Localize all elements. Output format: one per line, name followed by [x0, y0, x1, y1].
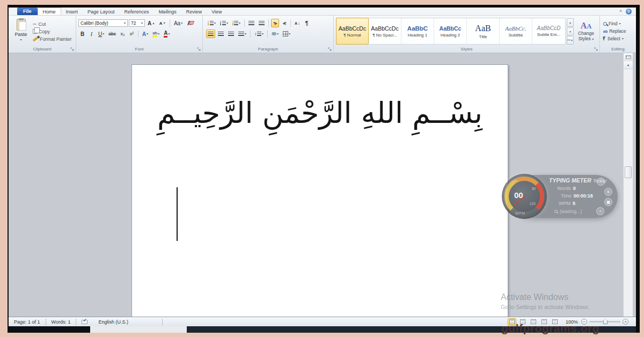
decrease-indent-button[interactable] [247, 19, 256, 27]
change-case-button[interactable]: Aa▾ [172, 19, 184, 27]
meter-pause-button[interactable]: II [604, 188, 612, 196]
font-dialog-launcher-icon[interactable] [197, 47, 201, 51]
find-label: Find [609, 21, 618, 26]
superscript-button[interactable]: x² [128, 30, 136, 38]
tab-page-layout[interactable]: Page Layout [83, 8, 120, 15]
line-spacing-lines-icon [257, 32, 261, 36]
meter-minimize-button[interactable]: − [597, 178, 605, 186]
spellcheck-status[interactable]: ✓ [76, 319, 93, 325]
ruler-icon [626, 55, 631, 59]
style-heading-1[interactable]: AaBbCHeading 1 [401, 18, 434, 44]
align-left-icon [208, 32, 214, 36]
paragraph-group-label: Paragraph [203, 46, 333, 53]
font-size-value: 72 [131, 20, 136, 26]
rtl-direction-button[interactable]: ◂¶ [280, 19, 288, 27]
borders-button[interactable]: ▾ [281, 30, 292, 38]
tab-view[interactable]: View [207, 8, 226, 15]
ribbon-tab-bar: File Home Insert Page Layout References … [9, 8, 636, 16]
word-count[interactable]: Words: 1 [46, 319, 77, 325]
bullets-button[interactable]: ▾ [206, 19, 217, 27]
shading-button[interactable]: ▾ [270, 30, 280, 38]
style-sample: AaBbCcDc [371, 25, 398, 32]
styles-scroll-down-button[interactable]: ▼ [567, 27, 574, 36]
multilevel-list-icon [232, 21, 238, 26]
help-icon[interactable]: ? [626, 9, 632, 14]
multilevel-list-button[interactable]: ▾ [231, 19, 242, 27]
style-name: Heading 1 [408, 33, 427, 38]
styles-more-button[interactable]: ▼ [567, 36, 574, 45]
text-effects-button[interactable]: A▾ [141, 30, 150, 38]
style-subtitle[interactable]: AaBbCc.Subtitle [500, 18, 532, 44]
style-heading-2[interactable]: AaBbCcHeading 2 [434, 18, 467, 44]
styles-scroll-up-button[interactable]: ▲ [567, 18, 574, 27]
select-cursor-icon [603, 36, 606, 41]
show-marks-button[interactable]: ¶ [303, 19, 311, 27]
align-right-button[interactable] [226, 30, 236, 38]
activate-windows-watermark: Activate Windows Go to Settings to activ… [501, 292, 590, 310]
ribbon: Paste ▾ ✂Cut Copy Format Painter Clipboa… [9, 16, 636, 53]
styles-group-label: Styles [334, 46, 599, 53]
tab-file[interactable]: File [17, 8, 38, 15]
scroll-up-button[interactable]: ▲ [624, 61, 633, 69]
document-page[interactable]: بِسْــمِ اللهِ الرَّحْمَنِ الرَّحِيــمِ [131, 64, 508, 317]
clipboard-dialog-launcher-icon[interactable] [70, 47, 74, 51]
page-indicator[interactable]: Page: 1 of 1 [9, 319, 46, 325]
replace-button[interactable]: abReplace [603, 28, 633, 34]
style-subtle-emphasis[interactable]: AaBbCcDSubtle Em... [532, 18, 565, 44]
tab-mailings[interactable]: Mailings [154, 8, 181, 15]
bold-button[interactable]: B [78, 30, 86, 38]
meter-stats-button[interactable]: ▦ [604, 198, 612, 206]
grow-font-button[interactable]: A▲ [146, 19, 157, 27]
select-button[interactable]: Select▾ [603, 36, 633, 41]
clipboard-group-label: Clipboard [9, 46, 76, 53]
sort-button[interactable]: A↓ [293, 19, 302, 27]
font-color-button[interactable]: A▾ [162, 30, 171, 38]
tab-home[interactable]: Home [38, 8, 61, 15]
minimize-ribbon-icon[interactable]: ^ [619, 9, 622, 14]
style-title[interactable]: AaBTitle [467, 18, 500, 44]
increase-indent-button[interactable] [257, 19, 266, 27]
words-value: 0 [573, 186, 576, 191]
numbering-button[interactable]: ▾ [218, 19, 230, 27]
underline-button[interactable]: U▾ [97, 30, 106, 38]
meter-menu-button[interactable]: ≡ [596, 207, 604, 215]
tab-insert[interactable]: Insert [61, 8, 83, 15]
language-indicator[interactable]: English (U.S.) [93, 319, 163, 325]
tab-references[interactable]: References [120, 8, 154, 15]
subscript-button[interactable]: x₂ [119, 30, 127, 38]
format-painter-label: Format Painter [40, 36, 72, 42]
format-painter-button[interactable]: Format Painter [33, 36, 72, 42]
paragraph-dialog-launcher-icon[interactable] [328, 47, 332, 51]
tab-review[interactable]: Review [181, 8, 207, 15]
find-button[interactable]: Find▾ [603, 21, 633, 26]
italic-button[interactable]: I [87, 30, 96, 38]
up-caret-icon: ▲ [152, 22, 155, 25]
vertical-scrollbar[interactable]: ▲ [623, 53, 633, 317]
align-center-button[interactable] [216, 30, 225, 38]
justify-button[interactable]: ▾ [237, 30, 248, 38]
font-name-combobox[interactable]: Calibri (Body)▾ [78, 19, 128, 27]
pink-frame: { "window": { "tabs": [ {"label":"File"}… [0, 0, 644, 337]
horizontal-scrollbar-track[interactable] [90, 326, 187, 333]
change-styles-button[interactable]: AA Change Styles ▾ [575, 17, 597, 46]
scrollbar-thumb[interactable] [625, 166, 632, 178]
dropdown-caret-icon: ▾ [226, 21, 228, 25]
ltr-direction-button[interactable]: ¶▸ [271, 19, 279, 27]
dropdown-caret-icon: ▾ [239, 21, 240, 25]
shrink-font-button[interactable]: A▼ [158, 19, 167, 27]
copy-button[interactable]: Copy [33, 29, 72, 34]
styles-dialog-launcher-icon[interactable] [594, 47, 598, 51]
numbered-list-icon [220, 21, 226, 26]
underline-glyph: U [98, 31, 102, 37]
strikethrough-button[interactable]: abc [107, 30, 118, 38]
cut-button[interactable]: ✂Cut [33, 21, 72, 27]
font-size-combobox[interactable]: 72▾ [129, 19, 145, 27]
highlight-color-button[interactable]: ab▾ [151, 30, 161, 38]
clear-formatting-button[interactable]: A [185, 19, 193, 27]
paste-button[interactable]: Paste ▾ [11, 17, 31, 43]
line-spacing-button[interactable]: ↕▾ [253, 30, 265, 38]
style-normal[interactable]: AaBbCcDc¶ Normal [336, 18, 369, 45]
align-left-button[interactable] [206, 30, 215, 38]
style-no-spacing[interactable]: AaBbCcDc¶ No Spaci... [369, 18, 401, 44]
ruler-toggle-button[interactable] [624, 53, 633, 61]
